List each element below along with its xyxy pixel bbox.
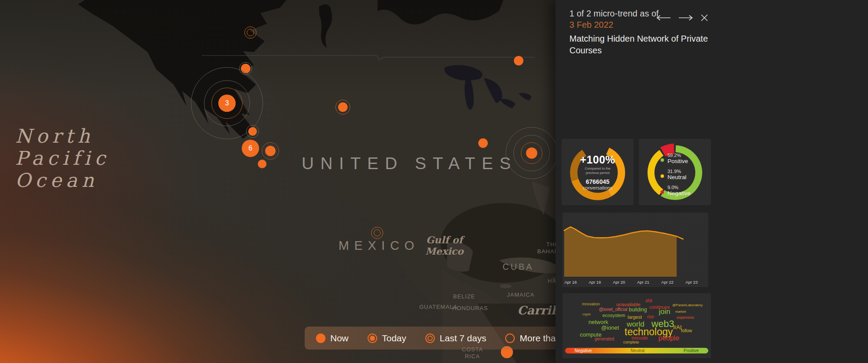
arrow-right-icon: [678, 15, 693, 21]
marker-count: 3: [225, 99, 229, 107]
cloud-word: follow: [681, 329, 692, 333]
micro-trend-counter: 1 of 2 micro-trend as of: [569, 9, 659, 18]
growth-caption: Compared to the previous period: [585, 167, 611, 176]
marker-dot: [258, 160, 266, 168]
sentiment-donut-card: 59.2%Positive31.9%Neutral9.0%Negative: [639, 139, 711, 205]
arrow-left-icon: [656, 15, 671, 21]
marker-ring: [244, 26, 256, 39]
last7-legend-icon: [425, 334, 435, 343]
today-legend-icon: [368, 334, 377, 343]
svg-text:Apr 18: Apr 18: [565, 280, 577, 285]
legend-label: Last 7 days: [440, 333, 486, 343]
sentiment-value: 59.2%: [667, 153, 690, 158]
sentiment-value: 9.0%: [667, 185, 690, 190]
trend-title: Matching Hidden Network of Private Cours…: [569, 33, 717, 56]
marker-count: 6: [249, 144, 253, 152]
svg-text:Apr 23: Apr 23: [686, 280, 698, 285]
volume-trend-chart: Apr 18Apr 19Apr 20Apr 21Apr 22Apr 23: [562, 213, 708, 287]
cloud-word: people: [658, 335, 679, 342]
conversation-label: conversations: [583, 185, 612, 190]
app-root: North Pacific OceanUNITED STATESMEXICOGu…: [0, 0, 868, 363]
conversation-count: 6766045: [586, 178, 610, 185]
cloud-word: #AI: [673, 324, 682, 330]
sentiment-legend: 59.2%Positive31.9%Neutral9.0%Negative: [661, 153, 690, 196]
cloud-word: market: [675, 310, 686, 314]
sentiment-label: Neutral: [667, 174, 690, 180]
map-time-legend: NowTodayLast 7 daysMore than 7 days ago: [305, 327, 582, 350]
close-panel-button[interactable]: [700, 13, 709, 23]
next-trend-button[interactable]: [677, 14, 694, 22]
growth-percent: +100%: [580, 154, 615, 166]
scale-positive-label: Positive: [684, 348, 699, 353]
marker-dot: [248, 127, 257, 136]
sentiment-label: Negative: [667, 190, 690, 196]
growth-donut-card: +100% Compared to the previous period 67…: [562, 139, 634, 205]
svg-text:Apr 21: Apr 21: [637, 280, 649, 285]
word-cloud-card: innovationshitunavailablecontinues@Param…: [562, 293, 711, 358]
legend-item-last7[interactable]: Last 7 days: [425, 333, 486, 343]
cloud-word: @ionet: [601, 325, 619, 330]
sentiment-legend-item-neutral: 31.9%Neutral: [661, 169, 690, 180]
cloud-word: crypto: [582, 313, 591, 316]
sentiment-scale-bar: Negative Neutral Positive: [565, 348, 708, 353]
volume-trend-card: Apr 18Apr 19Apr 20Apr 21Apr 22Apr 23: [562, 213, 708, 287]
legend-label: Today: [382, 333, 406, 343]
cloud-word: @ionet_official: [599, 307, 628, 312]
sentiment-dot: [661, 158, 664, 162]
cloud-word: expensive: [677, 316, 694, 320]
svg-text:Apr 19: Apr 19: [589, 280, 601, 285]
sentiment-legend-item-positive: 59.2%Positive: [661, 153, 690, 164]
marker-dot: [514, 56, 523, 65]
cloud-word: generated: [595, 337, 614, 341]
marker-ring: [371, 227, 383, 239]
svg-text:Apr 22: Apr 22: [661, 280, 674, 285]
sentiment-legend-item-negative: 9.0%Negative: [661, 185, 690, 196]
sentiment-label: Positive: [667, 158, 690, 164]
growth-center-text: +100% Compared to the previous period 67…: [562, 139, 634, 205]
cloud-word: @ParamLaboratory: [672, 304, 703, 307]
legend-label: Now: [330, 333, 349, 343]
close-icon: [700, 14, 708, 22]
legend-item-now[interactable]: Now: [316, 333, 349, 343]
marker-dot: [265, 146, 276, 156]
scale-negative-label: Negative: [575, 348, 592, 353]
micro-trend-panel: 1 of 2 micro-trend as of 3 Feb 2022 Matc…: [556, 0, 868, 363]
marker-dot: [478, 138, 488, 148]
scale-neutral-label: Neutral: [631, 348, 644, 353]
micro-trend-date: 3 Feb 2022: [569, 20, 613, 29]
trend-photo: [557, 59, 716, 130]
cloud-word: shit: [645, 299, 652, 303]
marker-dot: [338, 102, 348, 112]
sentiment-dot: [661, 174, 664, 178]
legend-item-today[interactable]: Today: [368, 333, 406, 343]
svg-text:Apr 20: Apr 20: [613, 280, 625, 285]
cloud-word: complete: [623, 340, 639, 344]
now-legend-icon: [316, 334, 326, 343]
sentiment-value: 31.9%: [667, 169, 690, 174]
panel-controls: [655, 13, 709, 23]
previous-trend-button[interactable]: [655, 14, 672, 22]
marker-dot: [526, 147, 537, 159]
older-legend-icon: [505, 334, 515, 343]
cloud-word: join: [659, 308, 670, 315]
cloud-word: ecosystem: [602, 313, 625, 318]
sentiment-dot: [661, 190, 664, 194]
cloud-word: building: [629, 307, 647, 312]
cloud-word: innovation: [582, 302, 600, 306]
cloud-word: largest: [628, 315, 642, 320]
